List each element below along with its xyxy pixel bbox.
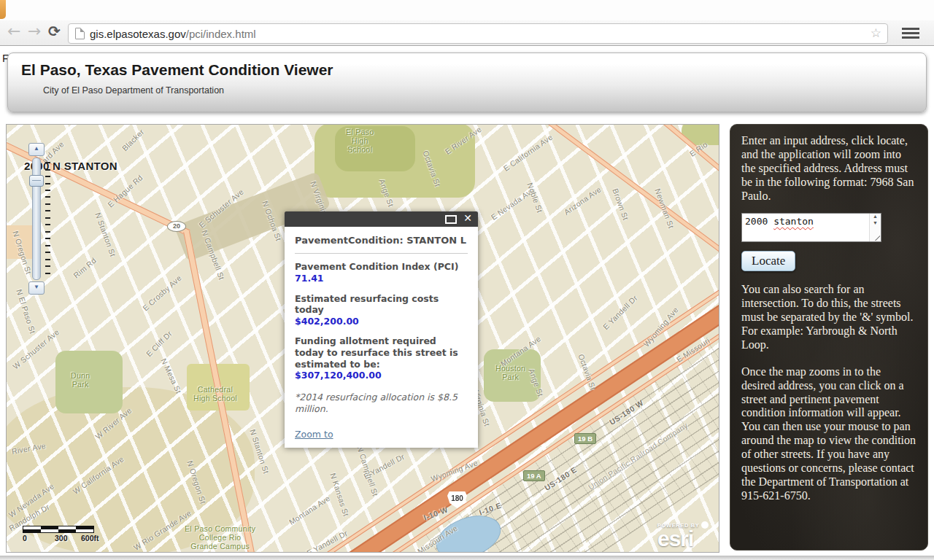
back-button-icon[interactable]: ← (7, 22, 20, 40)
esri-attribution: POWERED BY esri (657, 517, 709, 548)
resurfacing-cost-label: Estimated resurfacing costs today (295, 293, 468, 316)
scalebar-end-label: 600ft (81, 534, 99, 542)
popup-titlebar[interactable]: ✕ (285, 211, 478, 227)
map-zoom-slider: ▲ ▼ (28, 143, 50, 298)
bookmark-star-icon[interactable]: ☆ (871, 26, 881, 41)
url-path: /pci/index.html (186, 28, 256, 40)
scalebar-bar (23, 526, 94, 533)
address-number: 2000 (745, 216, 773, 227)
page-subtitle: City of El Paso Department of Transporta… (43, 85, 224, 96)
tab-corner[interactable] (0, 0, 6, 19)
resize-grip-icon[interactable] (873, 233, 880, 241)
pavement-info-popup: ✕ PavementCondition: STANTON L Pavement … (285, 211, 478, 448)
pci-label: Pavement Condition Index (PCI) (295, 261, 468, 273)
url-text[interactable]: gis.elpasotexas.gov/pci/index.html (90, 28, 256, 40)
address-input[interactable]: 2000 stanton ▲ ▼ (741, 213, 881, 242)
textarea-scrollbar[interactable]: ▲ ▼ (869, 214, 881, 241)
funding-value: $307,120,400.00 (295, 370, 468, 381)
browser-menu-icon[interactable] (902, 28, 919, 39)
resurfacing-cost-value: $402,200.00 (295, 316, 468, 327)
zoom-in-button[interactable]: ▲ (28, 143, 45, 156)
funding-label: Funding allotment required today to resu… (295, 335, 468, 370)
pci-section: Pavement Condition Index (PCI) 71.41 (295, 261, 468, 284)
zoom-slider-ticks (45, 162, 50, 279)
esri-globe-icon (701, 521, 709, 529)
window-bottom-edge (0, 556, 934, 560)
scalebar-mid-label: 300 (55, 534, 68, 542)
address-bar[interactable]: gis.elpasotexas.gov/pci/index.html ☆ (68, 23, 888, 44)
scroll-down-icon[interactable]: ▼ (870, 220, 881, 227)
instructions-paragraph-1: Enter an input address, click locate, an… (741, 134, 916, 203)
route-badge: 19 B (574, 433, 596, 444)
resurfacing-cost-section: Estimated resurfacing costs today $402,2… (295, 293, 468, 327)
locate-button[interactable]: Locate (741, 251, 795, 271)
popup-title: PavementCondition: STANTON L (295, 235, 468, 254)
tab-strip (0, 0, 934, 20)
esri-logo: esri (657, 530, 709, 548)
pci-value: 71.41 (295, 273, 468, 284)
instructions-paragraph-3: Once the map zooms in to the desired add… (741, 365, 916, 503)
zoom-slider-thumb[interactable] (29, 175, 44, 187)
instructions-paragraph-2: You can also search for an intersection.… (741, 283, 916, 351)
popup-body: PavementCondition: STANTON L Pavement Co… (285, 227, 478, 448)
address-input-value: 2000 stanton (745, 216, 814, 227)
route-badge: 180 (447, 491, 467, 508)
scroll-up-icon[interactable]: ▲ (870, 214, 881, 220)
app-header: El Paso, Texas Pavement Condition Viewer… (7, 52, 927, 112)
browser-window: ← → ⟳ gis.elpasotexas.gov/pci/index.html… (0, 0, 934, 560)
map-scalebar: 0 300 600ft (23, 526, 96, 542)
close-icon[interactable]: ✕ (463, 212, 472, 224)
maximize-icon[interactable] (445, 215, 457, 224)
route-badge: 19 A (523, 470, 545, 481)
instructions-sidebar: Enter an input address, click locate, an… (730, 124, 928, 551)
scalebar-start-label: 0 (23, 534, 27, 542)
route-badge: 20 (167, 221, 186, 232)
reload-button-icon[interactable]: ⟳ (48, 23, 61, 40)
page-title: El Paso, Texas Pavement Condition Viewer (21, 61, 333, 79)
funding-section: Funding allotment required today to resu… (295, 335, 468, 381)
forward-button-icon[interactable]: → (28, 22, 41, 40)
address-street: stanton (773, 216, 814, 227)
zoom-out-button[interactable]: ▼ (28, 281, 45, 295)
url-domain: gis.elpasotexas.gov (90, 28, 186, 40)
allocation-note: *2014 resurfacing allocation is $8.5 mil… (295, 392, 468, 414)
page-document-icon (75, 28, 85, 39)
zoom-to-link[interactable]: Zoom to (295, 429, 333, 440)
